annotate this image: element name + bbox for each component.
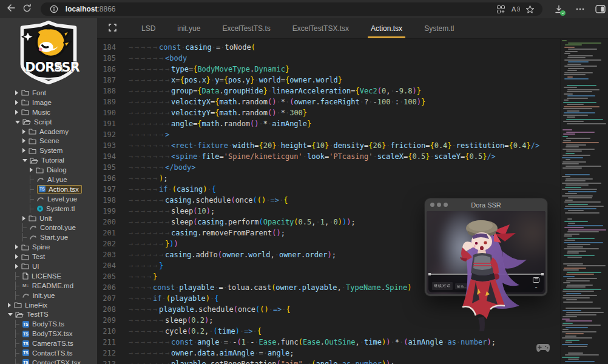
tab-ExcelTestTS.ts[interactable]: ExcelTestTS.ts [220, 18, 272, 38]
tree-item-label: AI.yue [47, 176, 67, 183]
window-control-dots[interactable] [430, 203, 448, 207]
tree-item-Academy[interactable]: Academy [0, 127, 97, 136]
code-line-194[interactable]: 194→→→→→→→<spine·file='Spine/kineticgun'… [97, 151, 608, 162]
code-line-184[interactable]: 184→→→→→const·casing·=·toNode( [97, 42, 608, 53]
tree-item-ContactTSX.tsx[interactable]: TSContactTSX.tsx [0, 358, 97, 364]
tree-item-System[interactable]: System [0, 146, 97, 155]
code-line-197[interactable]: 197→→→→→if·(casing)·{ [97, 184, 608, 195]
tree-item-Image[interactable]: Image [0, 98, 97, 107]
tree-item-init.yue[interactable]: init.yue [0, 291, 97, 300]
line-number: 191 [97, 118, 129, 129]
tab-ExcelTestTSX.tsx[interactable]: ExcelTestTSX.tsx [291, 18, 351, 38]
tree-item-Font[interactable]: Font [0, 88, 97, 98]
code-line-196[interactable]: 196→→→→→); [97, 173, 608, 184]
code-line-188[interactable]: 188→→→→→→→group={Data.groupHide}·linearA… [97, 86, 608, 96]
code-line-185[interactable]: 185→→→→→→<body [97, 53, 608, 64]
chevron-right-icon[interactable] [15, 244, 18, 249]
more-menu-button[interactable] [572, 2, 587, 16]
tree-item-label: Script [34, 118, 52, 126]
tree-item-Start.yue[interactable]: Start.yue [0, 232, 97, 242]
tree-item-Dialog[interactable]: Dialog [0, 165, 97, 175]
code-line-193[interactable]: 193→→→→→→→<rect-fixture·width={20}·heigh… [97, 140, 608, 151]
tab-init.yue[interactable]: init.yue [175, 18, 202, 38]
code-line-192[interactable]: 192→→→→→→> [97, 129, 608, 140]
code-line-212[interactable]: 212→→→→→→→owner.data.aimAngle·=·angle; [97, 348, 608, 359]
code-line-186[interactable]: 186→→→→→→→type={BodyMoveType.Dynamic} [97, 64, 608, 75]
tab-LSD[interactable]: LSD [140, 18, 157, 38]
read-aloud-icon[interactable]: A [508, 3, 523, 15]
tree-item-AI.yue[interactable]: AI.yue [0, 175, 97, 184]
code-line-195[interactable]: 195→→→→→→</body> [97, 162, 608, 173]
tree-item-LICENSE[interactable]: LICENSE [0, 271, 97, 281]
tree-item-BodyTSX.tsx[interactable]: TSBodyTSX.tsx [0, 329, 97, 339]
tree-item-UI[interactable]: UI [0, 261, 97, 271]
sidebar-toggle-button[interactable] [593, 2, 608, 16]
chevron-right-icon[interactable] [15, 110, 18, 115]
code-line-191[interactable]: 191→→→→→→→angle={math.random()·*·aimAngl… [97, 118, 608, 129]
line-number: 205 [97, 271, 129, 282]
chevron-right-icon[interactable] [8, 303, 11, 308]
tree-item-CameraTS.ts[interactable]: TSCameraTS.ts [0, 339, 97, 348]
chevron-right-icon[interactable] [22, 138, 25, 143]
line-number: 201 [97, 228, 129, 238]
code-line-190[interactable]: 190→→→→→→→velocityY={math.random()·*·300… [97, 107, 608, 118]
chevron-down-icon[interactable] [22, 159, 27, 162]
tree-item-TestTS[interactable]: TestTS [0, 309, 97, 319]
tree-item-Test[interactable]: Test [0, 252, 97, 261]
code-line-189[interactable]: 189→→→→→→→velocityX={math.random()·*·(ow… [97, 96, 608, 107]
tree-item-BodyTS.ts[interactable]: TSBodyTS.ts [0, 319, 97, 329]
back-button[interactable] [4, 2, 19, 16]
tree-item-Unit[interactable]: Unit [0, 214, 97, 223]
code-line-213[interactable]: 213→→→→→→→playable.setBoneRotation("aim"… [97, 359, 608, 364]
tree-item-label: Font [32, 89, 46, 96]
favorite-star-icon[interactable] [523, 3, 538, 15]
chevron-right-icon[interactable] [15, 100, 18, 105]
tree-item-Music[interactable]: Music [0, 107, 97, 117]
tree-item-Script[interactable]: Script [0, 117, 97, 127]
tree-item-ContactTS.ts[interactable]: TSContactTS.ts [0, 348, 97, 358]
sidebar: DORA SSR FontImageMusicScriptAcademyScen… [0, 18, 97, 364]
selected-file-highlight[interactable]: TSAction.tsx [37, 185, 82, 194]
site-info-icon[interactable] [47, 3, 61, 15]
line-text: →→→→→if·(casing)·{ [129, 184, 608, 195]
chevron-right-icon[interactable] [15, 90, 18, 95]
preview-titlebar[interactable]: Dora SSR [425, 198, 547, 211]
chevron-down-icon[interactable] [8, 313, 13, 316]
tree-item-Control.yue[interactable]: Control.yue [0, 223, 97, 232]
tree-item-LineFix[interactable]: LineFix [0, 300, 97, 310]
tree-item-Scene[interactable]: Scene [0, 136, 97, 146]
tree-item-Spine[interactable]: Spine [0, 242, 97, 252]
hud-collapse-chevron-icon[interactable]: ⌄ [534, 285, 538, 289]
line-number: 202 [97, 238, 129, 249]
reload-button[interactable] [19, 2, 34, 16]
tree-item-Action.tsx[interactable]: TSAction.tsx [0, 184, 97, 194]
tab-Action.tsx[interactable]: Action.tsx [369, 18, 404, 38]
fullscreen-button[interactable] [106, 18, 119, 38]
game-preview-window[interactable]: Dora SSR 继续对话 移动… ⌄ [425, 198, 547, 296]
tree-item-label: System.tl [46, 205, 75, 212]
folder-icon [21, 263, 29, 269]
workspaces-icon[interactable] [494, 3, 508, 15]
tree-item-label: ContactTSX.tsx [32, 359, 81, 364]
chevron-right-icon[interactable] [22, 148, 25, 153]
typescript-file-icon: TS [22, 340, 29, 347]
chevron-down-icon[interactable] [15, 121, 20, 124]
chevron-right-icon[interactable] [15, 254, 18, 259]
tree-item-Level.yue[interactable]: Level.yue [0, 194, 97, 204]
typescript-file-icon: TS [22, 359, 29, 364]
tree-item-System.tl[interactable]: System.tl [0, 204, 97, 214]
downloads-button[interactable] [551, 2, 566, 16]
tree-item-README.md[interactable]: M↓README.md [0, 281, 97, 291]
chevron-right-icon[interactable] [22, 129, 25, 134]
tree-item-Tutorial[interactable]: Tutorial [0, 155, 97, 165]
line-text: →→→→→→</body> [129, 162, 608, 173]
chevron-right-icon[interactable] [30, 167, 33, 172]
tab-System.tl[interactable]: System.tl [422, 18, 456, 38]
chevron-right-icon[interactable] [22, 216, 25, 221]
line-text: →→→→→→→type={BodyMoveType.Dynamic} [129, 64, 608, 75]
chevron-right-icon[interactable] [15, 264, 18, 269]
code-line-187[interactable]: 187→→→→→→→x={pos.x}·y={pos.y}·world={own… [97, 75, 608, 86]
address-bar[interactable]: localhost :8866 A [41, 2, 542, 16]
minimap[interactable] [560, 39, 608, 364]
virtual-gamepad-button[interactable] [535, 343, 551, 355]
